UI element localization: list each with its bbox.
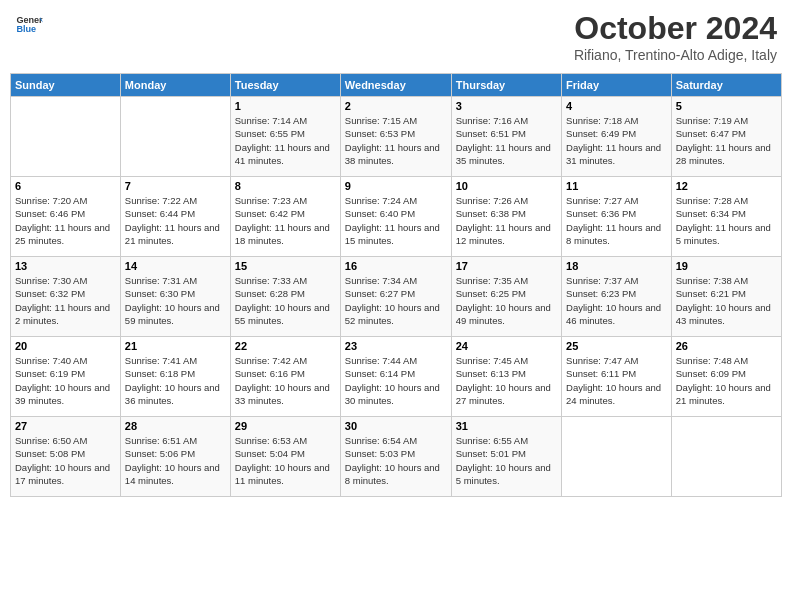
day-number: 30 bbox=[345, 420, 447, 432]
weekday-header-row: SundayMondayTuesdayWednesdayThursdayFrid… bbox=[11, 74, 782, 97]
day-info: Sunrise: 7:37 AM Sunset: 6:23 PM Dayligh… bbox=[566, 274, 667, 327]
day-info: Sunrise: 7:23 AM Sunset: 6:42 PM Dayligh… bbox=[235, 194, 336, 247]
calendar-day-cell: 1Sunrise: 7:14 AM Sunset: 6:55 PM Daylig… bbox=[230, 97, 340, 177]
day-number: 24 bbox=[456, 340, 557, 352]
day-info: Sunrise: 6:51 AM Sunset: 5:06 PM Dayligh… bbox=[125, 434, 226, 487]
calendar-day-cell: 2Sunrise: 7:15 AM Sunset: 6:53 PM Daylig… bbox=[340, 97, 451, 177]
calendar-day-cell: 14Sunrise: 7:31 AM Sunset: 6:30 PM Dayli… bbox=[120, 257, 230, 337]
svg-text:General: General bbox=[16, 15, 43, 25]
day-number: 31 bbox=[456, 420, 557, 432]
day-info: Sunrise: 6:55 AM Sunset: 5:01 PM Dayligh… bbox=[456, 434, 557, 487]
day-info: Sunrise: 7:31 AM Sunset: 6:30 PM Dayligh… bbox=[125, 274, 226, 327]
day-number: 14 bbox=[125, 260, 226, 272]
weekday-header-cell: Thursday bbox=[451, 74, 561, 97]
calendar-day-cell: 22Sunrise: 7:42 AM Sunset: 6:16 PM Dayli… bbox=[230, 337, 340, 417]
calendar-day-cell bbox=[562, 417, 672, 497]
weekday-header-cell: Tuesday bbox=[230, 74, 340, 97]
calendar-day-cell: 20Sunrise: 7:40 AM Sunset: 6:19 PM Dayli… bbox=[11, 337, 121, 417]
calendar-day-cell: 24Sunrise: 7:45 AM Sunset: 6:13 PM Dayli… bbox=[451, 337, 561, 417]
calendar-day-cell: 7Sunrise: 7:22 AM Sunset: 6:44 PM Daylig… bbox=[120, 177, 230, 257]
day-info: Sunrise: 6:53 AM Sunset: 5:04 PM Dayligh… bbox=[235, 434, 336, 487]
calendar-day-cell: 18Sunrise: 7:37 AM Sunset: 6:23 PM Dayli… bbox=[562, 257, 672, 337]
calendar-week-row: 1Sunrise: 7:14 AM Sunset: 6:55 PM Daylig… bbox=[11, 97, 782, 177]
day-info: Sunrise: 6:54 AM Sunset: 5:03 PM Dayligh… bbox=[345, 434, 447, 487]
day-number: 25 bbox=[566, 340, 667, 352]
day-info: Sunrise: 7:15 AM Sunset: 6:53 PM Dayligh… bbox=[345, 114, 447, 167]
calendar-day-cell: 6Sunrise: 7:20 AM Sunset: 6:46 PM Daylig… bbox=[11, 177, 121, 257]
day-info: Sunrise: 7:38 AM Sunset: 6:21 PM Dayligh… bbox=[676, 274, 777, 327]
day-info: Sunrise: 7:26 AM Sunset: 6:38 PM Dayligh… bbox=[456, 194, 557, 247]
calendar-day-cell: 13Sunrise: 7:30 AM Sunset: 6:32 PM Dayli… bbox=[11, 257, 121, 337]
day-number: 15 bbox=[235, 260, 336, 272]
calendar-body: 1Sunrise: 7:14 AM Sunset: 6:55 PM Daylig… bbox=[11, 97, 782, 497]
day-number: 10 bbox=[456, 180, 557, 192]
day-number: 20 bbox=[15, 340, 116, 352]
calendar-week-row: 20Sunrise: 7:40 AM Sunset: 6:19 PM Dayli… bbox=[11, 337, 782, 417]
calendar-week-row: 6Sunrise: 7:20 AM Sunset: 6:46 PM Daylig… bbox=[11, 177, 782, 257]
day-info: Sunrise: 7:28 AM Sunset: 6:34 PM Dayligh… bbox=[676, 194, 777, 247]
calendar-day-cell: 29Sunrise: 6:53 AM Sunset: 5:04 PM Dayli… bbox=[230, 417, 340, 497]
svg-text:Blue: Blue bbox=[16, 24, 36, 34]
calendar-day-cell: 8Sunrise: 7:23 AM Sunset: 6:42 PM Daylig… bbox=[230, 177, 340, 257]
day-info: Sunrise: 7:35 AM Sunset: 6:25 PM Dayligh… bbox=[456, 274, 557, 327]
calendar-day-cell: 27Sunrise: 6:50 AM Sunset: 5:08 PM Dayli… bbox=[11, 417, 121, 497]
location-subtitle: Rifiano, Trentino-Alto Adige, Italy bbox=[574, 47, 777, 63]
calendar-day-cell: 15Sunrise: 7:33 AM Sunset: 6:28 PM Dayli… bbox=[230, 257, 340, 337]
calendar-day-cell: 11Sunrise: 7:27 AM Sunset: 6:36 PM Dayli… bbox=[562, 177, 672, 257]
day-number: 29 bbox=[235, 420, 336, 432]
calendar-table: SundayMondayTuesdayWednesdayThursdayFrid… bbox=[10, 73, 782, 497]
day-number: 22 bbox=[235, 340, 336, 352]
calendar-day-cell bbox=[671, 417, 781, 497]
calendar-day-cell bbox=[11, 97, 121, 177]
page-header: General Blue General Blue October 2024 R… bbox=[10, 10, 782, 63]
title-block: October 2024 Rifiano, Trentino-Alto Adig… bbox=[574, 10, 777, 63]
calendar-day-cell: 4Sunrise: 7:18 AM Sunset: 6:49 PM Daylig… bbox=[562, 97, 672, 177]
day-number: 8 bbox=[235, 180, 336, 192]
calendar-week-row: 13Sunrise: 7:30 AM Sunset: 6:32 PM Dayli… bbox=[11, 257, 782, 337]
day-info: Sunrise: 7:45 AM Sunset: 6:13 PM Dayligh… bbox=[456, 354, 557, 407]
day-number: 4 bbox=[566, 100, 667, 112]
day-number: 28 bbox=[125, 420, 226, 432]
day-number: 26 bbox=[676, 340, 777, 352]
day-number: 9 bbox=[345, 180, 447, 192]
weekday-header-cell: Monday bbox=[120, 74, 230, 97]
calendar-day-cell bbox=[120, 97, 230, 177]
day-number: 1 bbox=[235, 100, 336, 112]
calendar-day-cell: 9Sunrise: 7:24 AM Sunset: 6:40 PM Daylig… bbox=[340, 177, 451, 257]
day-info: Sunrise: 7:27 AM Sunset: 6:36 PM Dayligh… bbox=[566, 194, 667, 247]
calendar-day-cell: 10Sunrise: 7:26 AM Sunset: 6:38 PM Dayli… bbox=[451, 177, 561, 257]
calendar-day-cell: 28Sunrise: 6:51 AM Sunset: 5:06 PM Dayli… bbox=[120, 417, 230, 497]
day-number: 5 bbox=[676, 100, 777, 112]
weekday-header-cell: Wednesday bbox=[340, 74, 451, 97]
calendar-day-cell: 21Sunrise: 7:41 AM Sunset: 6:18 PM Dayli… bbox=[120, 337, 230, 417]
calendar-day-cell: 23Sunrise: 7:44 AM Sunset: 6:14 PM Dayli… bbox=[340, 337, 451, 417]
day-number: 2 bbox=[345, 100, 447, 112]
day-info: Sunrise: 7:18 AM Sunset: 6:49 PM Dayligh… bbox=[566, 114, 667, 167]
day-number: 6 bbox=[15, 180, 116, 192]
day-info: Sunrise: 7:24 AM Sunset: 6:40 PM Dayligh… bbox=[345, 194, 447, 247]
day-info: Sunrise: 7:42 AM Sunset: 6:16 PM Dayligh… bbox=[235, 354, 336, 407]
day-number: 7 bbox=[125, 180, 226, 192]
calendar-day-cell: 3Sunrise: 7:16 AM Sunset: 6:51 PM Daylig… bbox=[451, 97, 561, 177]
logo-icon: General Blue bbox=[15, 10, 43, 38]
calendar-day-cell: 30Sunrise: 6:54 AM Sunset: 5:03 PM Dayli… bbox=[340, 417, 451, 497]
logo: General Blue General Blue bbox=[15, 10, 43, 38]
day-number: 17 bbox=[456, 260, 557, 272]
day-number: 16 bbox=[345, 260, 447, 272]
day-info: Sunrise: 7:33 AM Sunset: 6:28 PM Dayligh… bbox=[235, 274, 336, 327]
day-number: 3 bbox=[456, 100, 557, 112]
day-info: Sunrise: 7:41 AM Sunset: 6:18 PM Dayligh… bbox=[125, 354, 226, 407]
day-info: Sunrise: 7:14 AM Sunset: 6:55 PM Dayligh… bbox=[235, 114, 336, 167]
day-info: Sunrise: 7:20 AM Sunset: 6:46 PM Dayligh… bbox=[15, 194, 116, 247]
weekday-header-cell: Saturday bbox=[671, 74, 781, 97]
calendar-day-cell: 25Sunrise: 7:47 AM Sunset: 6:11 PM Dayli… bbox=[562, 337, 672, 417]
day-info: Sunrise: 7:44 AM Sunset: 6:14 PM Dayligh… bbox=[345, 354, 447, 407]
day-number: 21 bbox=[125, 340, 226, 352]
day-info: Sunrise: 7:47 AM Sunset: 6:11 PM Dayligh… bbox=[566, 354, 667, 407]
day-info: Sunrise: 7:16 AM Sunset: 6:51 PM Dayligh… bbox=[456, 114, 557, 167]
day-info: Sunrise: 7:19 AM Sunset: 6:47 PM Dayligh… bbox=[676, 114, 777, 167]
day-number: 19 bbox=[676, 260, 777, 272]
day-number: 27 bbox=[15, 420, 116, 432]
calendar-day-cell: 17Sunrise: 7:35 AM Sunset: 6:25 PM Dayli… bbox=[451, 257, 561, 337]
month-title: October 2024 bbox=[574, 10, 777, 47]
